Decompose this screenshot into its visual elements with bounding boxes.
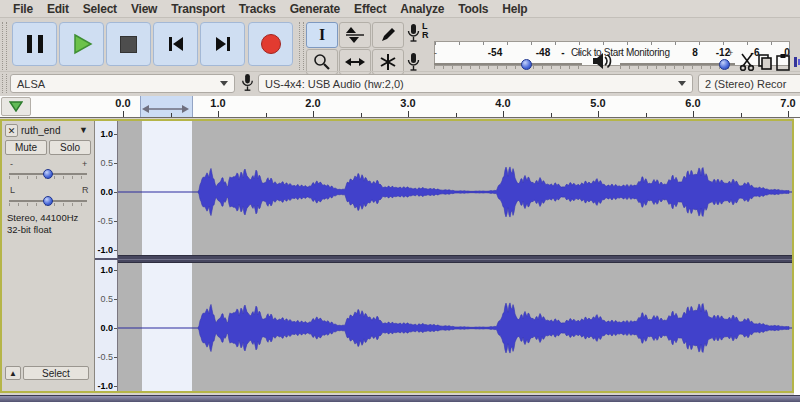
- track-name[interactable]: ruth_end: [21, 125, 60, 136]
- gain-slider-thumb[interactable]: [43, 169, 53, 179]
- play-button[interactable]: [59, 22, 104, 66]
- record-meter-mic-icon[interactable]: [407, 23, 420, 45]
- meter-overlay-dash: -: [561, 47, 564, 58]
- scale-tick: [114, 386, 117, 387]
- meter-scale-label: -54: [488, 47, 502, 58]
- scale-label: 1.0: [100, 265, 113, 275]
- audio-host-dropdown[interactable]: ALSA: [10, 74, 235, 93]
- scale-tick: [114, 163, 117, 164]
- scale-label: 0.0: [100, 187, 113, 197]
- i-beam-icon: I: [319, 27, 325, 43]
- track-menu-chevron-icon[interactable]: ▼: [79, 125, 88, 135]
- timeline-major-tick: [503, 111, 504, 117]
- left-right-arrow-icon: [345, 55, 365, 69]
- selection-tool-button[interactable]: I: [306, 22, 338, 48]
- recording-volume-slider[interactable]: [434, 63, 582, 65]
- pause-icon: [24, 35, 46, 53]
- mute-button[interactable]: Mute: [5, 140, 47, 155]
- envelope-tool-button[interactable]: [339, 22, 371, 48]
- timeline-label: 6.0: [685, 97, 700, 109]
- audio-host-value: ALSA: [17, 78, 45, 90]
- close-icon: ✕: [8, 126, 16, 136]
- scale-tick: [114, 328, 117, 329]
- menu-view[interactable]: View: [124, 2, 164, 16]
- paste-button[interactable]: [774, 51, 791, 73]
- play-slider-min-label: -: [620, 48, 623, 58]
- collapse-icon: ▲: [9, 369, 17, 378]
- timeline-major-tick: [693, 111, 694, 117]
- meter-scale-ticks: [435, 42, 789, 45]
- scale-tick: [114, 250, 117, 251]
- timeline-label: 3.0: [400, 97, 415, 109]
- menu-transport[interactable]: Transport: [164, 2, 232, 16]
- menu-select[interactable]: Select: [76, 2, 124, 16]
- playback-volume-thumb[interactable]: [719, 59, 730, 70]
- timeline-minor-tick: [741, 113, 742, 117]
- envelope-icon: [345, 26, 365, 44]
- timeline-pin-button[interactable]: [1, 97, 31, 116]
- select-label: Select: [42, 368, 70, 379]
- channel-separator-bar[interactable]: [118, 255, 792, 263]
- gain-max-label: +: [82, 159, 87, 169]
- timeline-label: 5.0: [590, 97, 605, 109]
- timeline-minor-tick: [456, 113, 457, 117]
- menu-analyze[interactable]: Analyze: [393, 2, 451, 16]
- mute-label: Mute: [15, 142, 37, 153]
- pause-button[interactable]: [12, 22, 57, 66]
- timeline-major-tick: [218, 111, 219, 117]
- menu-effect[interactable]: Effect: [347, 2, 393, 16]
- timeline-selection-region[interactable]: [140, 96, 193, 117]
- waveform-channel[interactable]: [198, 167, 789, 217]
- menu-edit[interactable]: Edit: [40, 2, 76, 16]
- track-format-info: Stereo, 44100Hz: [7, 212, 78, 223]
- gain-min-label: -: [10, 159, 13, 169]
- timeline-ruler[interactable]: 0.01.02.03.04.05.06.07.0: [0, 96, 800, 118]
- recording-device-dropdown[interactable]: US-4x4: USB Audio (hw:2,0): [258, 74, 693, 93]
- recording-device-value: US-4x4: USB Audio (hw:2,0): [265, 78, 404, 90]
- waveform-area[interactable]: [118, 121, 792, 391]
- recording-channels-value: 2 (Stereo) Recor: [705, 78, 786, 90]
- scale-label: 1.0: [100, 129, 113, 139]
- toolbar-divider: [0, 71, 800, 72]
- playback-volume-slider[interactable]: [620, 63, 735, 65]
- solo-button[interactable]: Solo: [49, 140, 91, 155]
- menu-tracks[interactable]: Tracks: [232, 2, 283, 16]
- pan-left-label: L: [10, 185, 15, 195]
- draw-tool-button[interactable]: [372, 22, 404, 48]
- close-track-button[interactable]: ✕: [5, 124, 18, 137]
- horizontal-scrollbar[interactable]: [0, 395, 800, 402]
- scale-tick: [114, 270, 117, 271]
- scale-tick: [114, 299, 117, 300]
- track-bitdepth-info: 32-bit float: [7, 224, 51, 235]
- device-toolbar-grip[interactable]: [2, 74, 7, 93]
- recording-device-mic-icon: [241, 73, 254, 94]
- timeline-major-tick: [598, 111, 599, 117]
- copy-button[interactable]: [756, 51, 773, 73]
- solo-label: Solo: [60, 142, 80, 153]
- waveform-channel[interactable]: [198, 303, 789, 353]
- pan-slider-thumb[interactable]: [43, 196, 53, 206]
- menu-help[interactable]: Help: [495, 2, 534, 16]
- skip-to-end-button[interactable]: [200, 22, 245, 66]
- menu-file[interactable]: File: [6, 2, 40, 16]
- audio-track: ✕ ruth_end ▼ Mute Solo - + L R Stereo, 4…: [0, 119, 794, 393]
- recording-volume-thumb[interactable]: [521, 59, 532, 70]
- trim-audio-button[interactable]: [792, 51, 800, 73]
- menu-tools[interactable]: Tools: [451, 2, 495, 16]
- vertical-scale-ruler[interactable]: 1.00.50.0-0.5-1.01.00.50.0-0.5-1.0: [95, 121, 118, 391]
- recording-channels-dropdown[interactable]: 2 (Stereo) Recor: [698, 74, 800, 93]
- tools-toolbar-grip[interactable]: [299, 22, 304, 70]
- collapse-track-button[interactable]: ▲: [5, 366, 21, 380]
- timeline-label: 1.0: [210, 97, 225, 109]
- track-control-panel: ✕ ruth_end ▼ Mute Solo - + L R Stereo, 4…: [2, 121, 95, 391]
- stop-button[interactable]: [106, 22, 151, 66]
- cut-button[interactable]: [738, 51, 755, 73]
- skip-to-start-button[interactable]: [153, 22, 198, 66]
- transport-toolbar-grip[interactable]: [2, 22, 7, 70]
- timeline-label: 4.0: [495, 97, 510, 109]
- scale-tick: [114, 134, 117, 135]
- timeline-label: 2.0: [305, 97, 320, 109]
- record-button[interactable]: [248, 22, 293, 66]
- select-track-button[interactable]: Select: [23, 366, 89, 380]
- menu-generate[interactable]: Generate: [283, 2, 347, 16]
